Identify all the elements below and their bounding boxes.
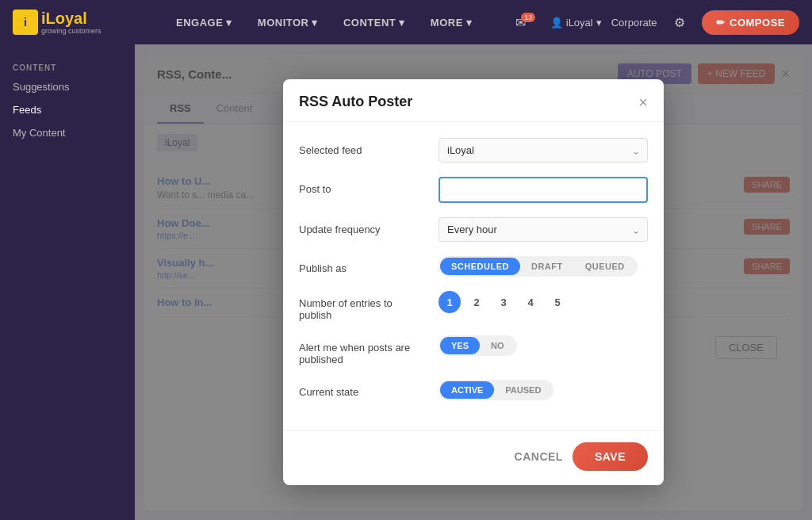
modal-body: Selected feed iLoyal Post to <box>283 122 664 430</box>
nav-content[interactable]: CONTENT ▾ <box>343 17 405 29</box>
logo[interactable]: i iLoyal growing customers <box>13 10 102 35</box>
save-button[interactable]: SAVE <box>573 442 648 471</box>
entries-btn-4[interactable]: 4 <box>519 291 542 313</box>
entries-btn-1[interactable]: 1 <box>439 291 461 313</box>
pencil-icon: ✏ <box>716 17 726 29</box>
user-chevron-icon: ▾ <box>596 17 602 29</box>
content-area: RSS, Conte... AUTO POST + NEW FEED × RSS… <box>135 44 812 520</box>
top-nav: i iLoyal growing customers ENGAGE ▾ MONI… <box>0 0 812 44</box>
sidebar-item-suggestions[interactable]: Suggestions <box>0 75 135 98</box>
compose-button[interactable]: ✏ COMPOSE <box>702 10 799 35</box>
post-to-control <box>439 177 648 203</box>
chevron-down-icon: ▾ <box>399 17 405 29</box>
post-to-label: Post to <box>299 177 426 195</box>
modal-overlay: RSS Auto Poster × Selected feed iLoyal <box>135 44 812 520</box>
main-area: CONTENT Suggestions Feeds My Content RSS… <box>0 44 812 520</box>
logo-name: iLoyal <box>41 10 87 27</box>
state-paused-button[interactable]: PAUSED <box>494 381 552 399</box>
state-toggle-group: ACTIVE PAUSED <box>439 380 553 400</box>
form-row-selected-feed: Selected feed iLoyal <box>299 138 648 162</box>
alert-control: YES NO <box>439 335 648 356</box>
update-frequency-select[interactable]: Every hour Every 2 hours Every 6 hours E… <box>439 217 648 242</box>
selected-feed-select[interactable]: iLoyal <box>439 138 648 162</box>
publish-as-toggle-group: SCHEDULED DRAFT QUEUED <box>439 256 638 277</box>
mail-icon-btn[interactable]: ✉13 <box>515 10 541 35</box>
publish-queued-button[interactable]: QUEUED <box>574 258 636 275</box>
user-icon: 👤 <box>550 17 563 29</box>
publish-as-control: SCHEDULED DRAFT QUEUED <box>439 256 648 277</box>
sidebar-section-content: CONTENT <box>0 57 135 75</box>
logo-sub: growing customers <box>41 28 102 35</box>
nav-more[interactable]: MORE ▾ <box>431 17 473 29</box>
sidebar-item-feeds[interactable]: Feeds <box>0 98 135 121</box>
corp-selector[interactable]: Corporate <box>611 17 657 29</box>
form-row-current-state: Current state ACTIVE PAUSED <box>299 380 648 400</box>
form-row-entries: Number of entries to publish 1 2 3 4 5 <box>299 291 648 321</box>
modal-header: RSS Auto Poster × <box>283 79 664 122</box>
current-state-label: Current state <box>299 380 426 398</box>
entries-btn-5[interactable]: 5 <box>546 291 569 313</box>
chevron-down-icon: ▾ <box>226 17 232 29</box>
alert-yes-button[interactable]: YES <box>440 337 480 354</box>
chevron-down-icon: ▾ <box>466 17 473 29</box>
entries-number-group: 1 2 3 4 5 <box>439 291 648 313</box>
notification-badge: 13 <box>521 13 535 22</box>
modal-footer: CANCEL SAVE <box>283 430 664 485</box>
entries-btn-3[interactable]: 3 <box>492 291 515 313</box>
selected-feed-label: Selected feed <box>299 138 426 156</box>
entries-control: 1 2 3 4 5 <box>439 291 648 313</box>
user-menu[interactable]: 👤 iLoyal ▾ <box>550 17 602 29</box>
selected-feed-control: iLoyal <box>439 138 648 162</box>
publish-draft-button[interactable]: DRAFT <box>520 258 574 275</box>
update-frequency-label: Update frequency <box>299 217 426 235</box>
alert-toggle-group: YES NO <box>439 335 517 356</box>
modal-close-button[interactable]: × <box>638 94 648 110</box>
sidebar-item-my-content[interactable]: My Content <box>0 121 135 144</box>
logo-text-block: iLoyal growing customers <box>41 10 102 35</box>
form-row-update-frequency: Update frequency Every hour Every 2 hour… <box>299 217 648 242</box>
sidebar: CONTENT Suggestions Feeds My Content <box>0 44 135 520</box>
rss-auto-poster-modal: RSS Auto Poster × Selected feed iLoyal <box>283 79 664 485</box>
nav-monitor[interactable]: MONITOR ▾ <box>258 17 318 29</box>
logo-icon: i <box>13 10 38 35</box>
settings-icon-btn[interactable]: ⚙ <box>667 10 692 35</box>
publish-as-label: Publish as <box>299 256 426 274</box>
cancel-button[interactable]: CANCEL <box>515 450 563 463</box>
chevron-down-icon: ▾ <box>312 17 318 29</box>
form-row-alert: Alert me when posts are published YES NO <box>299 335 648 365</box>
nav-engage[interactable]: ENGAGE ▾ <box>176 17 232 29</box>
nav-links: ENGAGE ▾ MONITOR ▾ CONTENT ▾ MORE ▾ <box>133 17 515 29</box>
post-to-input[interactable] <box>439 177 648 203</box>
nav-right: ✉13 👤 iLoyal ▾ Corporate ⚙ ✏ COMPOSE <box>515 10 799 35</box>
form-row-publish-as: Publish as SCHEDULED DRAFT QUEUED <box>299 256 648 277</box>
entries-btn-2[interactable]: 2 <box>465 291 488 313</box>
alert-label: Alert me when posts are published <box>299 335 426 365</box>
modal-title: RSS Auto Poster <box>299 94 412 110</box>
entries-label: Number of entries to publish <box>299 291 426 321</box>
current-state-control: ACTIVE PAUSED <box>439 380 648 400</box>
update-frequency-control: Every hour Every 2 hours Every 6 hours E… <box>439 217 648 242</box>
publish-scheduled-button[interactable]: SCHEDULED <box>440 258 520 275</box>
form-row-post-to: Post to <box>299 177 648 203</box>
alert-no-button[interactable]: NO <box>480 337 515 354</box>
state-active-button[interactable]: ACTIVE <box>440 381 494 399</box>
